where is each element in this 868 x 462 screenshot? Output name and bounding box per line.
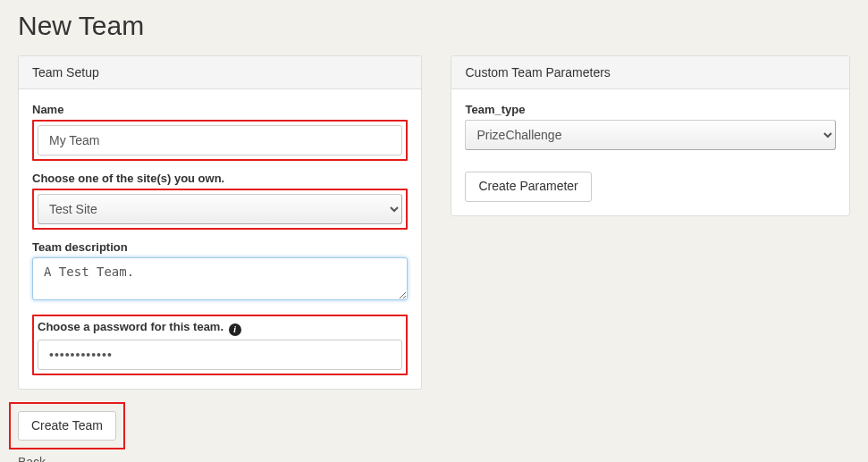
name-label: Name (32, 103, 408, 116)
site-select[interactable]: Test Site (38, 194, 402, 224)
team-setup-panel: Team Setup Name Choose one of the site(s… (18, 55, 422, 390)
password-highlight: Choose a password for this team. i (32, 315, 408, 375)
description-label: Team description (32, 240, 408, 254)
custom-params-heading: Custom Team Parameters (451, 56, 849, 89)
site-highlight: Test Site (32, 189, 408, 230)
name-input[interactable] (38, 125, 402, 155)
back-link[interactable]: Back (18, 455, 422, 462)
team-type-select[interactable]: PrizeChallenge (465, 120, 836, 150)
custom-params-panel: Custom Team Parameters Team_type PrizeCh… (451, 55, 850, 216)
password-label-text: Choose a password for this team. (38, 320, 223, 333)
create-team-button[interactable]: Create Team (18, 411, 116, 441)
site-label: Choose one of the site(s) you own. (32, 172, 408, 185)
password-label: Choose a password for this team. i (38, 320, 402, 336)
info-icon[interactable]: i (229, 323, 241, 336)
page-title: New Team (18, 11, 850, 41)
password-input[interactable] (38, 340, 402, 370)
create-team-highlight: Create Team (9, 402, 125, 450)
description-textarea[interactable] (32, 257, 408, 300)
name-highlight (32, 120, 408, 161)
team-setup-heading: Team Setup (19, 56, 421, 89)
create-parameter-button[interactable]: Create Parameter (465, 172, 591, 202)
team-type-label: Team_type (465, 103, 836, 116)
